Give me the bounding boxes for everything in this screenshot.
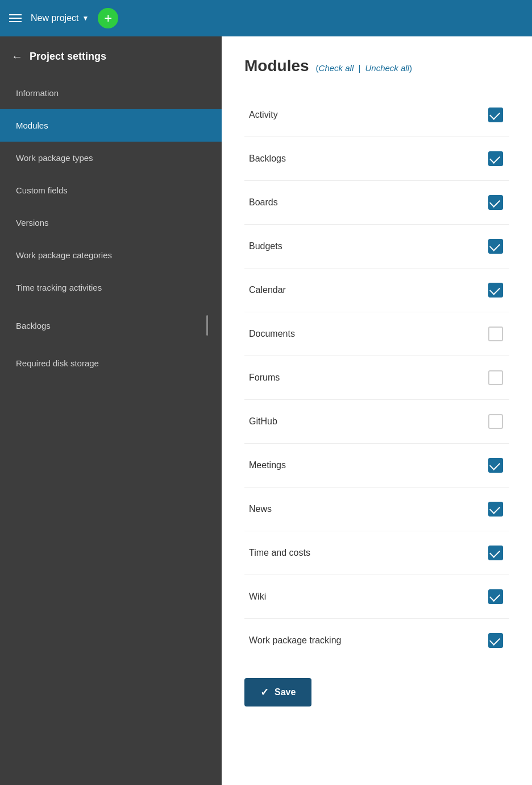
content-area: Modules (Check all | Uncheck all) Activi… [222, 36, 532, 785]
checkbox-budgets[interactable] [488, 239, 503, 254]
checkbox-boards[interactable] [488, 195, 503, 210]
checkbox-wrap-github [487, 412, 505, 431]
add-button[interactable]: + [98, 8, 118, 28]
sidebar-item-work-package-types[interactable]: Work package types [0, 142, 222, 174]
sidebar-title: Project settings [30, 51, 106, 63]
checkbox-work-package-tracking[interactable] [488, 633, 503, 648]
module-row-backlogs: Backlogs [244, 137, 509, 181]
sidebar-item-modules[interactable]: Modules [0, 109, 222, 142]
checkbox-backlogs[interactable] [488, 151, 503, 166]
module-label-wiki: Wiki [249, 592, 266, 602]
module-row-meetings: Meetings [244, 444, 509, 487]
module-label-documents: Documents [249, 329, 295, 339]
module-row-time-and-costs: Time and costs [244, 531, 509, 575]
project-caret-icon: ▼ [82, 14, 89, 22]
checkbox-meetings[interactable] [488, 458, 503, 473]
module-row-documents: Documents [244, 312, 509, 356]
sidebar: ← Project settings Information Modules W… [0, 36, 222, 785]
checkbox-activity[interactable] [488, 108, 503, 122]
checkbox-news[interactable] [488, 502, 503, 517]
module-row-wiki: Wiki [244, 575, 509, 619]
save-check-icon: ✓ [260, 686, 269, 699]
module-row-calendar: Calendar [244, 268, 509, 312]
checkbox-wrap-activity [487, 106, 505, 124]
checkbox-wrap-work-package-tracking [487, 631, 505, 650]
module-label-backlogs: Backlogs [249, 154, 286, 164]
module-list: Activity Backlogs Boards Budgets [244, 93, 509, 662]
module-label-activity: Activity [249, 110, 278, 120]
checkbox-wrap-time-and-costs [487, 544, 505, 562]
module-row-work-package-tracking: Work package tracking [244, 619, 509, 662]
project-selector[interactable]: New project ▼ [31, 13, 89, 23]
module-row-forums: Forums [244, 356, 509, 400]
sidebar-item-time-tracking-activities[interactable]: Time tracking activities [0, 271, 222, 304]
checkbox-wrap-documents [487, 325, 505, 343]
module-label-work-package-tracking: Work package tracking [249, 635, 341, 646]
module-label-forums: Forums [249, 373, 280, 383]
sidebar-item-versions[interactable]: Versions [0, 206, 222, 239]
hamburger-menu[interactable] [9, 14, 22, 22]
checkbox-github[interactable] [488, 414, 503, 429]
sidebar-item-required-disk-storage[interactable]: Required disk storage [0, 347, 222, 379]
checkbox-wrap-calendar [487, 281, 505, 299]
separator: | [356, 63, 363, 73]
sidebar-item-backlogs[interactable]: Backlogs [0, 304, 222, 347]
content-header: Modules (Check all | Uncheck all) [244, 57, 509, 75]
module-label-meetings: Meetings [249, 460, 286, 470]
bulk-actions: (Check all | Uncheck all) [316, 63, 412, 73]
module-label-time-and-costs: Time and costs [249, 548, 310, 558]
page-title: Modules [244, 57, 309, 75]
checkbox-wrap-budgets [487, 237, 505, 255]
close-paren: ) [409, 63, 412, 73]
checkbox-wrap-meetings [487, 456, 505, 474]
checkbox-calendar[interactable] [488, 283, 503, 298]
main-layout: ← Project settings Information Modules W… [0, 36, 532, 785]
save-button[interactable]: ✓ Save [244, 678, 311, 706]
checkbox-wrap-wiki [487, 588, 505, 606]
module-label-calendar: Calendar [249, 285, 286, 295]
sidebar-header: ← Project settings [0, 36, 222, 77]
sidebar-item-information[interactable]: Information [0, 77, 222, 109]
checkbox-wiki[interactable] [488, 589, 503, 604]
module-label-boards: Boards [249, 197, 278, 208]
checkbox-time-and-costs[interactable] [488, 546, 503, 560]
resize-handle[interactable] [206, 315, 208, 336]
project-name: New project [31, 13, 78, 23]
module-row-github: GitHub [244, 400, 509, 444]
module-row-budgets: Budgets [244, 225, 509, 268]
check-all-link[interactable]: Check all [319, 63, 354, 73]
module-label-budgets: Budgets [249, 241, 282, 251]
module-row-activity: Activity [244, 93, 509, 137]
checkbox-forums[interactable] [488, 370, 503, 385]
sidebar-item-work-package-categories[interactable]: Work package categories [0, 239, 222, 271]
plus-icon: + [104, 10, 112, 26]
module-row-boards: Boards [244, 181, 509, 225]
module-label-github: GitHub [249, 416, 277, 427]
back-arrow-icon[interactable]: ← [11, 50, 23, 63]
module-label-news: News [249, 504, 272, 514]
save-label: Save [275, 687, 296, 697]
topbar: New project ▼ + [0, 0, 532, 36]
checkbox-wrap-news [487, 500, 505, 518]
checkbox-wrap-boards [487, 193, 505, 212]
checkbox-wrap-forums [487, 369, 505, 387]
checkbox-documents[interactable] [488, 327, 503, 341]
uncheck-all-link[interactable]: Uncheck all [365, 63, 410, 73]
checkbox-wrap-backlogs [487, 150, 505, 168]
module-row-news: News [244, 487, 509, 531]
sidebar-item-custom-fields[interactable]: Custom fields [0, 174, 222, 206]
